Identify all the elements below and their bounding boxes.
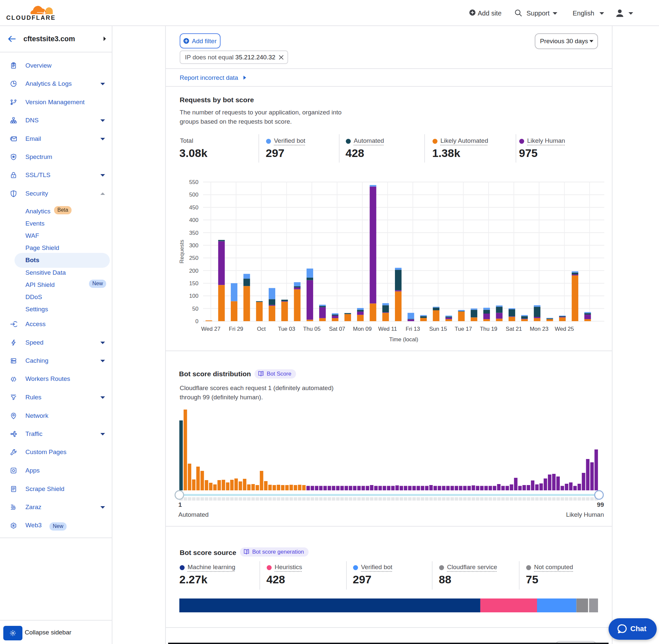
svg-text:Sat 07: Sat 07 <box>329 326 345 332</box>
svg-text:Tue 03: Tue 03 <box>278 326 295 332</box>
svg-text:250: 250 <box>189 255 198 261</box>
svg-text:0: 0 <box>195 318 198 324</box>
svg-text:Thu 19: Thu 19 <box>480 326 497 332</box>
svg-text:550: 550 <box>189 179 198 185</box>
svg-text:50: 50 <box>192 306 198 312</box>
svg-text:300: 300 <box>189 243 198 249</box>
svg-text:200: 200 <box>189 268 198 274</box>
svg-text:Oct: Oct <box>257 326 266 332</box>
svg-text:Sun 15: Sun 15 <box>429 326 447 332</box>
svg-text:Requests: Requests <box>179 240 185 263</box>
svg-text:Mon 23: Mon 23 <box>530 326 548 332</box>
svg-text:Wed 11: Wed 11 <box>378 326 397 332</box>
svg-text:Wed 27: Wed 27 <box>201 326 220 332</box>
svg-text:150: 150 <box>189 280 198 286</box>
svg-text:Tue 17: Tue 17 <box>455 326 472 332</box>
svg-text:Wed 25: Wed 25 <box>555 326 574 332</box>
svg-text:Thu 05: Thu 05 <box>303 326 321 332</box>
svg-text:Fri 29: Fri 29 <box>229 326 243 332</box>
svg-text:400: 400 <box>189 217 198 223</box>
svg-text:500: 500 <box>189 191 198 198</box>
svg-text:Fri 13: Fri 13 <box>406 326 420 332</box>
svg-text:Sat 21: Sat 21 <box>506 326 522 332</box>
svg-text:450: 450 <box>189 204 198 211</box>
svg-text:Time (local): Time (local) <box>389 336 418 343</box>
svg-text:Mon 09: Mon 09 <box>353 326 372 332</box>
svg-text:100: 100 <box>189 293 198 299</box>
svg-text:350: 350 <box>189 230 198 236</box>
